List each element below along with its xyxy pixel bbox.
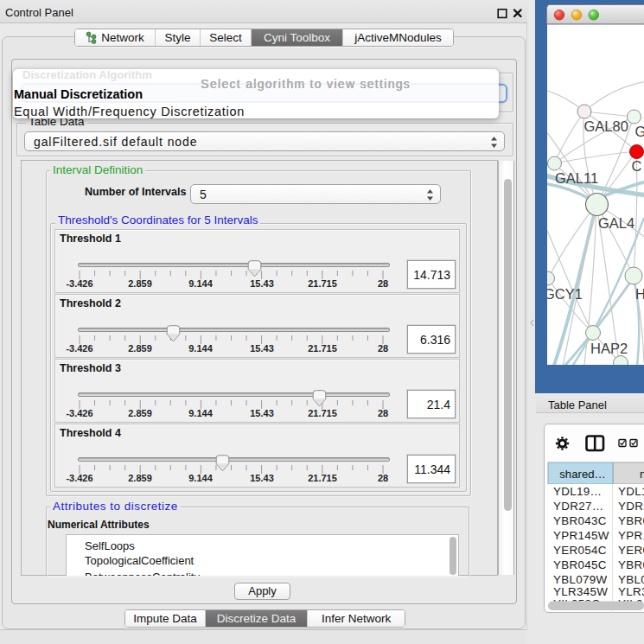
svg-text:YER0: YER0 — [618, 544, 644, 557]
svg-text:YBR0: YBR0 — [618, 514, 644, 527]
svg-text:YDR2: YDR2 — [618, 500, 644, 513]
svg-text:YLR3: YLR3 — [618, 585, 644, 598]
svg-text:YPR145W: YPR145W — [553, 529, 609, 542]
svg-text:YBR043C: YBR043C — [553, 514, 607, 527]
svg-text:YER054C: YER054C — [553, 544, 607, 557]
svg-text:YPR1: YPR1 — [618, 529, 644, 542]
svg-text:GA: GA — [635, 124, 644, 139]
svg-text:GAL4: GAL4 — [598, 215, 634, 231]
svg-text:H: H — [635, 286, 644, 302]
svg-text:YDR27…: YDR27… — [553, 500, 603, 513]
svg-text:YLR345W: YLR345W — [553, 585, 608, 598]
svg-text:GAL11: GAL11 — [555, 170, 598, 186]
svg-text:YDL19…: YDL19… — [553, 485, 602, 498]
svg-text:shared…: shared… — [559, 468, 606, 481]
svg-text:GAL80: GAL80 — [584, 118, 628, 134]
svg-text:YBR045C: YBR045C — [553, 558, 607, 571]
svg-text:YBR0: YBR0 — [618, 558, 644, 571]
svg-text:n: n — [640, 468, 644, 481]
svg-text:YDL1: YDL1 — [618, 485, 644, 498]
svg-text:C: C — [632, 158, 642, 174]
svg-text:GCY1: GCY1 — [544, 286, 583, 302]
svg-text:HAP2: HAP2 — [590, 341, 628, 356]
